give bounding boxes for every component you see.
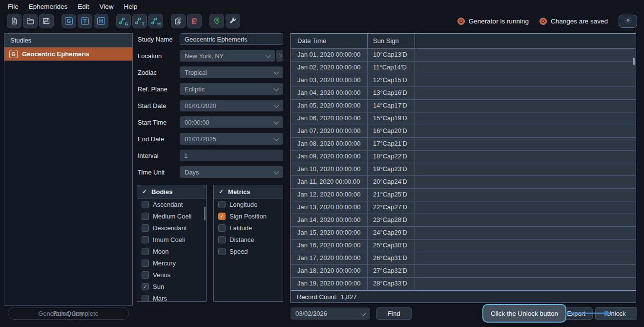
interval-input[interactable]	[180, 150, 283, 161]
checkbox-sun[interactable]	[142, 283, 149, 290]
table-row[interactable]: Jan 11, 2020 00:00:0020°Cap24'D	[291, 176, 636, 189]
start-time-select[interactable]: 00:00:00	[180, 116, 283, 128]
settings-button[interactable]	[226, 14, 240, 28]
table-row[interactable]: Jan 15, 2020 00:00:0024°Cap29'D	[291, 227, 636, 240]
table-scrollbar[interactable]	[633, 58, 635, 65]
generator-status: Generator is running	[457, 18, 529, 25]
checkbox-descendant[interactable]	[142, 224, 149, 232]
folder-icon	[26, 17, 34, 25]
checkbox-mars[interactable]	[142, 295, 149, 302]
generator-status-label: Generator is running	[469, 18, 529, 25]
study-name-input[interactable]	[180, 33, 283, 45]
geocentric-study-button[interactable]: G	[62, 14, 76, 28]
heliocentric-graph-button[interactable]: H	[148, 14, 163, 28]
delete-button[interactable]	[187, 14, 202, 28]
table-row[interactable]: Jan 14, 2020 00:00:0023°Cap28'D	[291, 214, 636, 227]
table-row[interactable]: Jan 04, 2020 00:00:0013°Cap16'D	[291, 87, 636, 100]
table-row[interactable]: Jan 01, 2020 00:00:0010°Cap13'D	[291, 49, 636, 62]
unlock-tooltip: Click the Unlock button	[482, 304, 566, 323]
date-time-cell: Jan 13, 2020 00:00:00	[291, 201, 368, 214]
heliocentric-study-button[interactable]: H	[94, 14, 108, 28]
copy-button[interactable]	[171, 14, 186, 28]
list-item-moon[interactable]: Moon	[137, 245, 206, 257]
table-row[interactable]: Jan 02, 2020 00:00:0011°Cap14'D	[291, 62, 636, 74]
list-item-mars[interactable]: Mars	[137, 292, 206, 302]
table-row[interactable]: Jan 16, 2020 00:00:0025°Cap30'D	[291, 240, 636, 252]
list-item-imum-coeli[interactable]: Imum Coeli	[137, 234, 206, 245]
speed-label: Speed	[229, 248, 248, 255]
topocentric-study-button[interactable]: T	[78, 14, 92, 28]
table-row[interactable]: Jan 17, 2020 00:00:0026°Cap31'D	[291, 252, 636, 265]
sidebar-item-geocentric-ephemeris[interactable]: G Geocentric Ephemeris	[4, 47, 132, 61]
checkbox-medium-coeli[interactable]	[142, 213, 149, 220]
topocentric-graph-button[interactable]: T	[132, 14, 147, 28]
form-row-zodiac: ZodiacTropical	[138, 66, 283, 78]
table-row[interactable]: Jan 06, 2020 00:00:0015°Cap19'D	[291, 112, 636, 125]
bodies-scrollbar[interactable]	[204, 207, 206, 220]
open-study-button[interactable]	[23, 14, 38, 28]
find-date-select[interactable]: 03/02/2026	[291, 307, 370, 320]
table-row[interactable]: Jan 18, 2020 00:00:0027°Cap32'D	[291, 265, 636, 278]
time-unit-value: Days	[185, 169, 199, 176]
table-row[interactable]: Jan 10, 2020 00:00:0019°Cap23'D	[291, 163, 636, 176]
geocentric-graph-button[interactable]: G	[116, 14, 131, 28]
checkbox-moon[interactable]	[142, 248, 149, 255]
menu-item-edit[interactable]: Edit	[78, 3, 89, 10]
theme-toggle-button[interactable]	[619, 15, 637, 28]
menu-item-help[interactable]: Help	[124, 3, 138, 10]
study-item-label: Geocentric Ephemeris	[22, 50, 89, 58]
checkbox-ascendant[interactable]	[142, 201, 149, 208]
checkbox-imum-coeli[interactable]	[142, 236, 149, 243]
table-row[interactable]: Jan 05, 2020 00:00:0014°Cap17'D	[291, 100, 636, 112]
checkbox-mercury[interactable]	[142, 260, 149, 267]
table-row[interactable]: Jan 09, 2020 00:00:0018°Cap22'D	[291, 151, 636, 163]
list-item-medium-coeli[interactable]: Medium Coeli	[137, 210, 206, 222]
location-expand-button[interactable]	[276, 50, 283, 62]
start-time-value: 00:00:00	[185, 119, 209, 126]
list-item-latitude[interactable]: Latitude	[214, 222, 283, 234]
list-item-distance[interactable]: Distance	[214, 234, 283, 245]
column-header-date-time[interactable]: Date Time	[291, 34, 368, 48]
checkbox-latitude[interactable]	[218, 224, 226, 232]
checkbox-longitude[interactable]	[218, 201, 226, 208]
save-study-button[interactable]	[39, 14, 54, 28]
location-select[interactable]: New York, NY	[180, 50, 275, 62]
checkbox-sign-position[interactable]	[218, 213, 226, 220]
chevron-down-icon	[273, 119, 279, 124]
checkbox-venus[interactable]	[142, 271, 149, 279]
menu-item-view[interactable]: View	[100, 3, 114, 10]
list-item-ascendant[interactable]: Ascendant	[137, 198, 206, 210]
list-item-venus[interactable]: Venus	[137, 269, 206, 281]
copy-icon	[174, 17, 182, 25]
moon-label: Moon	[153, 248, 169, 255]
menu-item-file[interactable]: File	[8, 3, 19, 10]
location-value: New York, NY	[185, 52, 224, 60]
table-row[interactable]: Jan 12, 2020 00:00:0021°Cap25'D	[291, 189, 636, 201]
column-header-sun-sign[interactable]: Sun Sign	[368, 34, 415, 48]
list-item-descendant[interactable]: Descendant	[137, 222, 206, 234]
table-row[interactable]: Jan 13, 2020 00:00:0022°Cap27'D	[291, 201, 636, 214]
checkbox-distance[interactable]	[218, 236, 226, 243]
new-study-button[interactable]	[7, 14, 21, 28]
table-row[interactable]: Jan 03, 2020 00:00:0012°Cap15'D	[291, 74, 636, 87]
table-row[interactable]: Jan 08, 2020 00:00:0017°Cap21'D	[291, 138, 636, 151]
metrics-panel-header[interactable]: ✓ Metrics	[214, 185, 283, 198]
time-unit-select[interactable]: Days	[180, 166, 283, 178]
changes-status-label: Changes are saved	[551, 18, 608, 25]
list-item-sign-position[interactable]: Sign Position	[214, 210, 283, 222]
table-row[interactable]: Jan 07, 2020 00:00:0016°Cap20'D	[291, 125, 636, 138]
find-button[interactable]: Find	[376, 307, 412, 320]
bodies-panel-header[interactable]: ✓ Bodies	[137, 185, 206, 198]
end-date-select[interactable]: 01/01/2025	[180, 133, 283, 145]
menu-item-ephemerides[interactable]: Ephemerides	[29, 3, 68, 10]
ref-plane-select[interactable]: Ecliptic	[180, 83, 283, 95]
table-row[interactable]: Jan 19, 2020 00:00:0028°Cap33'D	[291, 278, 636, 290]
start-date-select[interactable]: 01/01/2020	[180, 100, 283, 111]
list-item-longitude[interactable]: Longitude	[214, 198, 283, 210]
location-button[interactable]	[209, 14, 224, 28]
zodiac-select[interactable]: Tropical	[180, 66, 283, 78]
checkbox-speed[interactable]	[218, 248, 226, 255]
list-item-speed[interactable]: Speed	[214, 245, 283, 257]
list-item-mercury[interactable]: Mercury	[137, 257, 206, 269]
list-item-sun[interactable]: Sun	[137, 281, 206, 292]
